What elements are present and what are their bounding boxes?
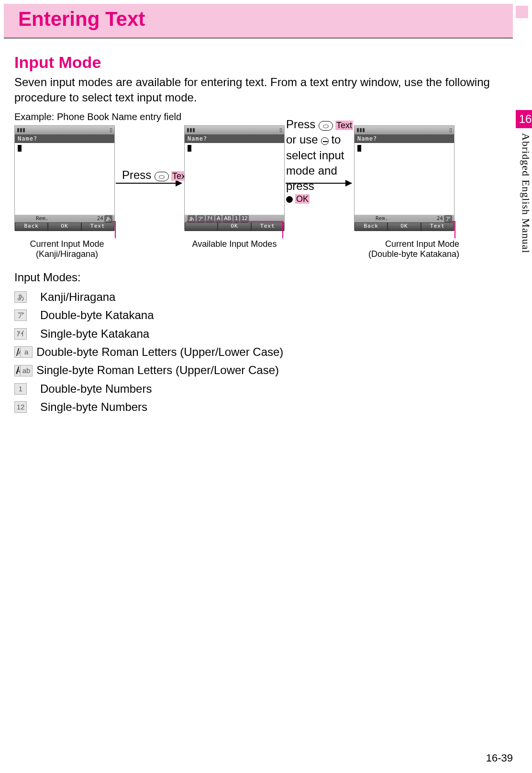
callout-available-modes: Available Input Modes [178,239,291,249]
phone-screen-3: ▮▮▮▯ Name? Rem. 24 ア Back OK Text [354,125,454,231]
callout-current-mode-2: Current Input Mode(Double-byte Katakana) [349,239,459,259]
callout-current-mode-1: Current Input Mode(Kanji/Hiragana) [19,239,115,259]
softkey-back[interactable]: Back [15,222,48,231]
chapter-label: Abridged English Manual [516,128,532,258]
center-key-icon [286,196,293,203]
mode-item: ｱｲ Single-byte Katakana [14,325,508,343]
phone-screen-2: ▮▮▮▯ Name? あ ア ｱｲ A AB 1 12 OK Text [184,125,285,231]
softkey-text[interactable]: Text [81,222,114,231]
modes-list: あ Kanji/Hiragana ア Double-byte Katakana … [14,288,508,417]
softkey-back[interactable]: Back [355,222,388,231]
chapter-title: Entering Text [18,8,499,31]
camera-key-icon: ⬭ [155,172,169,181]
chapter-title-bar: Entering Text [4,4,513,39]
camera-key-icon: ⬭ [319,121,333,131]
softkey-ok[interactable]: OK [218,222,251,231]
decorative-corner [499,6,528,34]
softkey-text[interactable]: Text [421,222,454,231]
example-label: Example: Phone Book Name entry field [14,111,508,122]
modes-heading: Input Modes: [14,271,508,284]
section-heading: Input Mode [14,53,508,72]
section-intro: Seven input modes are available for ente… [14,75,508,106]
softkey-ok[interactable]: OK [48,222,81,231]
softkey-ok[interactable]: OK [388,222,421,231]
mode-item: A / a Double-byte Roman Letters (Upper/L… [14,343,508,361]
nav-ring-icon [321,137,329,145]
side-tab: 16 Abridged English Manual [516,110,532,287]
text-cursor [18,145,22,152]
softkey-text[interactable]: Text [251,222,284,231]
phone-screen-1: ▮▮▮▯ Name? Rem. 24 あ Back OK Text [14,125,115,231]
mode-item: 1 Double-byte Numbers [14,380,508,398]
mode-item: あ Kanji/Hiragana [14,288,508,306]
mode-icon: あ [14,291,27,303]
mode-item: AB / ab Single-byte Roman Letters (Upper… [14,361,508,379]
status-bar: ▮▮▮▯ [15,126,114,134]
procedure-diagram: Press ⬭ Text or use to select input mode… [14,125,508,259]
mode-item: 12 Single-byte Numbers [14,398,508,416]
chapter-number: 16 [516,110,532,128]
field-title: Name? [15,134,114,143]
step-1-label: Press ⬭ Text [122,167,189,183]
page-number: 16-39 [486,752,513,764]
mode-item: ア Double-byte Katakana [14,306,508,324]
arrow-2 [286,183,352,184]
